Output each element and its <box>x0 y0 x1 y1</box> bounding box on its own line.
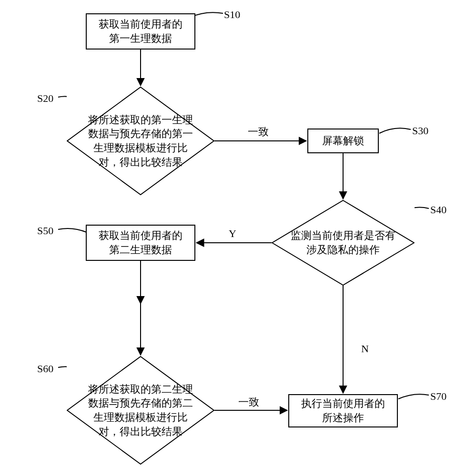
edge-label-s40-s70: N <box>361 343 369 355</box>
label-s60: S60 <box>37 363 53 375</box>
label-s40: S40 <box>430 204 446 216</box>
node-s40: 监测当前使用者是否有涉及隐私的操作 <box>272 200 415 286</box>
label-s10: S10 <box>224 9 240 21</box>
node-s30: 屏幕解锁 <box>307 129 379 153</box>
label-s30: S30 <box>412 125 428 137</box>
node-s70: 执行当前使用者的 所述操作 <box>288 394 398 427</box>
node-s10: 获取当前使用者的 第一生理数据 <box>86 13 195 50</box>
label-s20: S20 <box>37 92 53 105</box>
edge-label-s40-s50: Y <box>229 228 236 240</box>
label-s70: S70 <box>430 390 446 403</box>
flowchart-canvas: 获取当前使用者的 第一生理数据 S10 将所述获取的第一生理数据与预先存储的第一… <box>0 0 476 476</box>
node-s50: 获取当前使用者的 第二生理数据 <box>86 225 195 261</box>
node-s60: 将所述获取的第二生理数据与预先存储的第二生理数据模板进行比对，得出比较结果 <box>67 356 214 465</box>
node-s20: 将所述获取的第一生理数据与预先存储的第一生理数据模板进行比对，得出比较结果 <box>67 87 214 195</box>
edge-label-s60-s70: 一致 <box>238 395 259 409</box>
edge-label-s20-s30: 一致 <box>248 125 269 139</box>
node-s60-text: 将所述获取的第二生理数据与预先存储的第二生理数据模板进行比对，得出比较结果 <box>67 356 214 465</box>
node-s20-text: 将所述获取的第一生理数据与预先存储的第一生理数据模板进行比对，得出比较结果 <box>67 87 214 195</box>
label-s50: S50 <box>37 225 53 237</box>
node-s40-text: 监测当前使用者是否有涉及隐私的操作 <box>272 200 415 286</box>
